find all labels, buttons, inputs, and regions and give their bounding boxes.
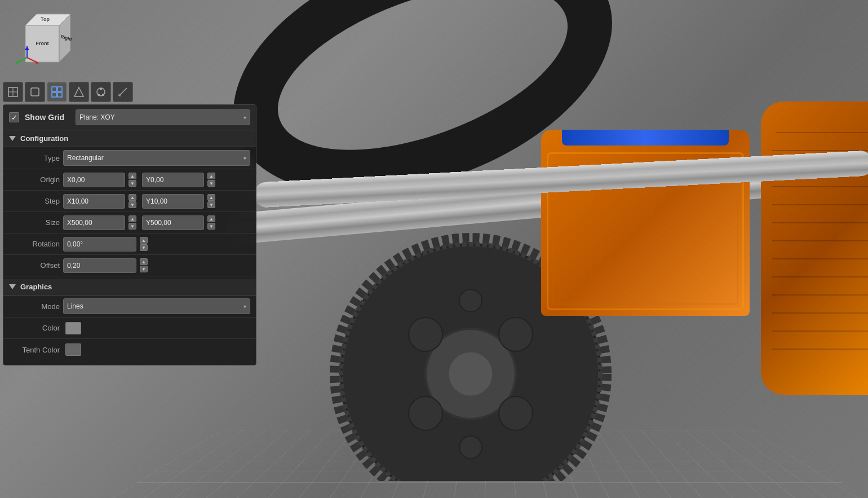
toolbar-object-btn[interactable] [69,82,89,102]
offset-row: Offset 0,20 ▲ ▼ [3,255,256,276]
mode-value: Lines [67,302,83,310]
size-x-spinner[interactable]: ▲ ▼ [129,215,136,230]
rotation-row: Rotation 0,00° ▲ ▼ [3,233,256,255]
svg-point-7 [499,396,533,430]
svg-marker-31 [74,87,83,96]
step-x-spinner[interactable]: ▲ ▼ [129,194,136,208]
svg-marker-22 [25,46,29,50]
offset-up[interactable]: ▲ [140,258,148,265]
show-grid-row: Show Grid Plane: XOY ▾ [3,105,256,130]
plane-value: Plane: XOY [79,113,115,121]
size-x-value: X500,00 [67,219,92,227]
svg-rect-30 [57,92,62,97]
properties-panel: Show Grid Plane: XOY ▾ Configuration Typ… [3,104,256,365]
rotation-value: 0,00° [67,240,83,248]
origin-x-input[interactable]: X0,00 [63,173,125,187]
origin-y-spinner[interactable]: ▲ ▼ [207,173,215,187]
graphics-section-header[interactable]: Graphics [3,279,256,296]
origin-x-down[interactable]: ▼ [129,180,136,187]
size-label: Size [9,218,60,227]
origin-row: Origin X0,00 ▲ ▼ Y0,00 ▲ ▼ [3,169,256,191]
offset-down[interactable]: ▼ [140,266,148,272]
size-row: Size X500,00 ▲ ▼ Y500,00 ▲ ▼ [3,212,256,233]
rotation-up[interactable]: ▲ [140,237,148,244]
mode-row: Mode Lines ▾ [3,296,256,318]
svg-rect-26 [31,88,39,96]
tenth-color-label: Tenth Color [9,346,60,354]
plane-dropdown-arrow: ▾ [243,114,246,121]
svg-marker-18 [36,60,38,64]
offset-label: Offset [9,261,60,270]
step-x-value: X10,00 [67,197,88,205]
svg-point-3 [448,351,493,396]
size-x-down[interactable]: ▼ [129,223,136,230]
step-y-down[interactable]: ▼ [207,201,215,208]
svg-point-8 [459,289,482,312]
svg-rect-28 [57,87,62,91]
step-y-spinner[interactable]: ▲ ▼ [207,194,215,208]
color-swatch[interactable] [65,322,81,334]
toolbar-scene-btn[interactable] [25,82,45,102]
size-y-up[interactable]: ▲ [207,215,215,222]
origin-y-value: Y0,00 [146,176,163,184]
plane-dropdown[interactable]: Plane: XOY ▾ [76,109,250,125]
origin-y-down[interactable]: ▼ [207,180,215,187]
size-x-input[interactable]: X500,00 [63,215,125,230]
origin-x-up[interactable]: ▲ [129,173,136,179]
type-dropdown-arrow: ▾ [243,155,246,161]
mode-label: Mode [9,302,60,311]
svg-point-34 [102,94,104,96]
nav-cube[interactable]: Top Front Right [8,8,76,76]
step-x-input[interactable]: X10,00 [63,194,125,209]
step-x-up[interactable]: ▲ [129,194,136,201]
type-dropdown[interactable]: Rectangular ▾ [63,150,250,166]
offset-input[interactable]: 0,20 [63,258,136,273]
origin-label: Origin [9,175,60,184]
svg-point-35 [98,94,100,96]
rotation-input[interactable]: 0,00° [63,237,136,252]
size-y-down[interactable]: ▼ [207,223,215,230]
mode-dropdown[interactable]: Lines ▾ [63,298,250,314]
svg-line-36 [119,88,127,96]
toolbar [3,82,133,102]
configuration-collapse-icon [9,136,16,141]
step-x-down[interactable]: ▼ [129,201,136,208]
svg-text:Top: Top [41,16,50,22]
origin-y-up[interactable]: ▲ [207,173,215,179]
step-y-up[interactable]: ▲ [207,194,215,201]
right-orange-gear [761,102,868,395]
step-y-input[interactable]: Y10,00 [142,194,204,209]
rotation-down[interactable]: ▼ [140,244,148,251]
show-grid-label: Show Grid [25,113,64,122]
svg-point-9 [459,436,482,459]
tenth-color-swatch[interactable] [65,343,81,356]
toolbar-grid-btn[interactable] [47,82,67,102]
configuration-title: Configuration [20,134,68,143]
step-label: Step [9,197,60,205]
tenth-color-row: Tenth Color [3,339,256,360]
show-grid-checkbox[interactable] [9,112,19,122]
size-y-input[interactable]: Y500,00 [142,215,204,230]
color-label: Color [9,324,60,332]
configuration-section-header[interactable]: Configuration [3,130,256,147]
toolbar-viewport-btn[interactable] [3,82,23,102]
toolbar-anim-btn[interactable] [91,82,111,102]
mode-dropdown-arrow: ▾ [243,303,246,310]
step-y-value: Y10,00 [146,197,167,205]
origin-y-input[interactable]: Y0,00 [142,173,204,187]
type-value: Rectangular [67,154,104,162]
axis-arrows [13,43,41,72]
size-x-up[interactable]: ▲ [129,215,136,222]
type-label: Type [9,154,60,162]
type-row: Type Rectangular ▾ [3,147,256,169]
step-row: Step X10,00 ▲ ▼ Y10,00 ▲ ▼ [3,191,256,212]
color-row: Color [3,318,256,339]
rotation-spinner[interactable]: ▲ ▼ [140,237,148,251]
offset-spinner[interactable]: ▲ ▼ [140,258,148,272]
origin-x-spinner[interactable]: ▲ ▼ [129,173,136,187]
toolbar-measure-btn[interactable] [113,82,133,102]
graphics-title: Graphics [20,283,52,291]
svg-rect-27 [52,87,56,91]
size-y-value: Y500,00 [146,219,171,227]
size-y-spinner[interactable]: ▲ ▼ [207,215,215,230]
